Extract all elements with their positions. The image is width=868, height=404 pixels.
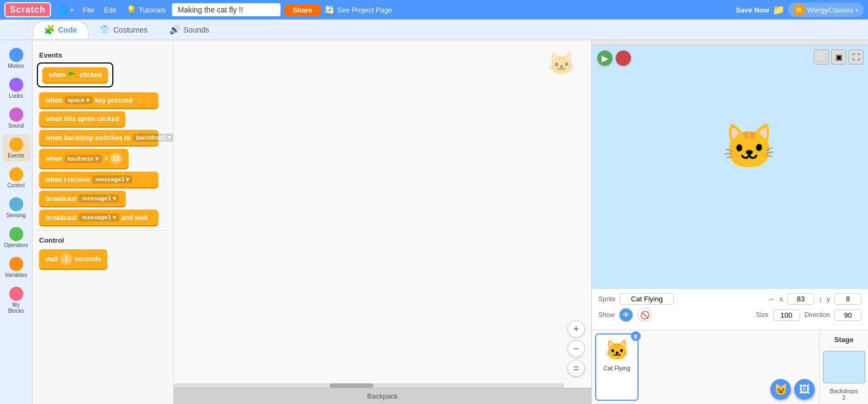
stage-toolbar bbox=[592, 40, 868, 45]
wait-block[interactable]: wait 1 seconds bbox=[39, 249, 107, 269]
add-stage-button[interactable]: 🖼 bbox=[794, 379, 815, 400]
sidebar-item-variables[interactable]: Variables bbox=[2, 254, 30, 281]
sprite-tile-label: Cat Flying bbox=[598, 365, 635, 371]
small-stage-button[interactable]: ⬜ bbox=[814, 49, 829, 65]
x-label: x bbox=[780, 295, 783, 303]
stage-canvas: ▶ ⬜ ▣ ⛶ 🐱 bbox=[592, 45, 868, 288]
backpack-label: Backpack bbox=[367, 392, 398, 400]
backpack-bar[interactable]: Backpack bbox=[174, 388, 591, 404]
key-pressed-text: key pressed bbox=[95, 97, 132, 104]
loudness-number: 10 bbox=[110, 153, 122, 165]
when-label: when bbox=[49, 71, 66, 79]
tab-code[interactable]: 🧩 Code bbox=[33, 21, 88, 39]
myblocks-dot bbox=[9, 287, 23, 301]
normal-stage-button[interactable]: ▣ bbox=[831, 49, 846, 65]
hide-button[interactable]: 🚫 bbox=[637, 308, 652, 322]
when-backdrop-block[interactable]: when backdrop switches to backdrop1 ▾ bbox=[39, 130, 158, 146]
sidebar-item-operators[interactable]: Operators bbox=[2, 224, 30, 251]
myblocks-label: My Blocks bbox=[4, 302, 28, 314]
scratch-logo[interactable]: Scratch bbox=[4, 2, 51, 17]
zoom-out-icon: − bbox=[573, 343, 579, 355]
sprite-tile-delete-button[interactable]: 🗑 bbox=[631, 331, 641, 341]
save-now-button[interactable]: Save Now bbox=[736, 6, 769, 14]
edit-menu[interactable]: Edit bbox=[101, 5, 119, 15]
tab-sounds[interactable]: 🔊 Sounds bbox=[158, 21, 220, 38]
loudness-dropdown[interactable]: loudness ▾ bbox=[65, 155, 102, 163]
zoom-reset-icon: = bbox=[573, 363, 579, 374]
tutorials-button[interactable]: 💡 Tutorials bbox=[123, 4, 169, 16]
show-button[interactable]: 👁 bbox=[619, 308, 633, 322]
x-input[interactable] bbox=[787, 293, 814, 305]
when-sprite-clicked-block[interactable]: when this sprite clicked bbox=[39, 111, 125, 127]
stage-view-controls: ⬜ ▣ ⛶ bbox=[814, 49, 864, 65]
motion-label: Motion bbox=[8, 63, 24, 69]
edit-label: Edit bbox=[104, 6, 116, 14]
zoom-controls: + − = bbox=[567, 320, 585, 377]
user-avatar[interactable]: W WiingyClasses ▾ bbox=[788, 3, 864, 17]
canvas-cat-watermark: 🐱 bbox=[548, 51, 575, 77]
stage-section-label: Stage bbox=[829, 332, 859, 348]
stage-thumbnail[interactable] bbox=[823, 351, 865, 383]
broadcast-wait-block[interactable]: broadcast message1 ▾ and wait bbox=[39, 210, 158, 225]
broadcast-block[interactable]: broadcast message1 ▾ bbox=[39, 191, 126, 206]
variables-label: Variables bbox=[5, 272, 27, 278]
green-flag-button[interactable]: ▶ bbox=[597, 50, 612, 66]
looks-label: Looks bbox=[9, 93, 23, 99]
add-sprite-button[interactable]: 😺 bbox=[770, 379, 791, 400]
stage-cat-sprite: 🐱 bbox=[722, 121, 776, 172]
stage-thumbnail-panel: Stage Backdrops 2 bbox=[819, 330, 868, 404]
sidebar-item-sound[interactable]: Sound bbox=[2, 104, 30, 132]
share-label: Share bbox=[292, 6, 312, 14]
see-project-label: See Project Page bbox=[337, 6, 392, 14]
looks-dot bbox=[9, 78, 23, 92]
stage-sprites-panel: ▶ ⬜ ▣ ⛶ 🐱 Sprite ↔ x ↕ y bbox=[591, 40, 868, 404]
sprite-name-input[interactable] bbox=[620, 293, 674, 305]
sidebar-item-motion[interactable]: Motion bbox=[2, 45, 30, 72]
blocks-panel: Events when clicked when space ▾ key pre… bbox=[33, 40, 174, 404]
share-button[interactable]: Share bbox=[284, 4, 321, 16]
zoom-in-button[interactable]: + bbox=[567, 320, 585, 338]
project-title-input[interactable] bbox=[172, 3, 280, 16]
file-label: File bbox=[83, 6, 94, 14]
red-stop-button[interactable] bbox=[616, 50, 631, 66]
costumes-icon: 👕 bbox=[99, 24, 110, 35]
direction-label: Direction bbox=[805, 311, 830, 319]
when-receive-block[interactable]: when I receive message1 ▾ bbox=[39, 172, 158, 187]
y-input[interactable] bbox=[834, 293, 861, 305]
sprite-info: Sprite ↔ x ↕ y Show 👁 🚫 Size Direction bbox=[592, 288, 868, 330]
broadcast-dropdown[interactable]: message1 ▾ bbox=[79, 194, 119, 203]
code-canvas[interactable]: 🐱 bbox=[174, 40, 591, 388]
flag-icon bbox=[69, 72, 76, 78]
sidebar-item-sensing[interactable]: Sensing bbox=[2, 194, 30, 222]
save-now-label: Save Now bbox=[736, 6, 769, 14]
sprite-tile-cat-flying[interactable]: 🗑 🐱 Cat Flying bbox=[595, 333, 639, 401]
backdrop-dropdown[interactable]: backdrop1 ▾ bbox=[133, 134, 174, 142]
see-project-button[interactable]: 🔄 See Project Page bbox=[324, 5, 392, 15]
receive-dropdown[interactable]: message1 ▾ bbox=[92, 175, 132, 184]
sidebar-item-myblocks[interactable]: My Blocks bbox=[2, 283, 30, 317]
y-label: y bbox=[827, 295, 830, 303]
zoom-reset-button[interactable]: = bbox=[567, 359, 585, 377]
broadcast-wait-dropdown[interactable]: message1 ▾ bbox=[79, 213, 119, 222]
key-dropdown[interactable]: space ▾ bbox=[65, 96, 93, 104]
sidebar-item-events[interactable]: Events bbox=[2, 134, 30, 162]
file-menu[interactable]: File bbox=[80, 5, 98, 15]
operators-dot bbox=[9, 227, 23, 241]
direction-input[interactable] bbox=[834, 310, 861, 321]
when-key-pressed-block[interactable]: when space ▾ key pressed bbox=[39, 92, 158, 108]
control-dot bbox=[9, 167, 23, 181]
when-flag-clicked-block[interactable]: when clicked bbox=[42, 67, 108, 83]
fullscreen-button[interactable]: ⛶ bbox=[848, 49, 864, 65]
horizontal-scrollbar[interactable] bbox=[174, 383, 564, 388]
language-button[interactable]: 🌐 ▾ bbox=[54, 4, 76, 16]
size-label: Size bbox=[756, 311, 768, 319]
zoom-out-button[interactable]: − bbox=[567, 340, 585, 357]
folder-icon[interactable]: 📁 bbox=[773, 4, 784, 16]
when-loudness-block[interactable]: when loudness ▾ > 10 bbox=[39, 149, 129, 168]
x-arrow-icon: ↔ bbox=[768, 295, 775, 304]
tab-costumes[interactable]: 👕 Costumes bbox=[88, 21, 158, 38]
sidebar-item-control[interactable]: Control bbox=[2, 164, 30, 192]
sidebar-item-looks[interactable]: Looks bbox=[2, 74, 30, 102]
size-input[interactable] bbox=[773, 310, 800, 321]
logo-text: Scratch bbox=[10, 5, 46, 14]
